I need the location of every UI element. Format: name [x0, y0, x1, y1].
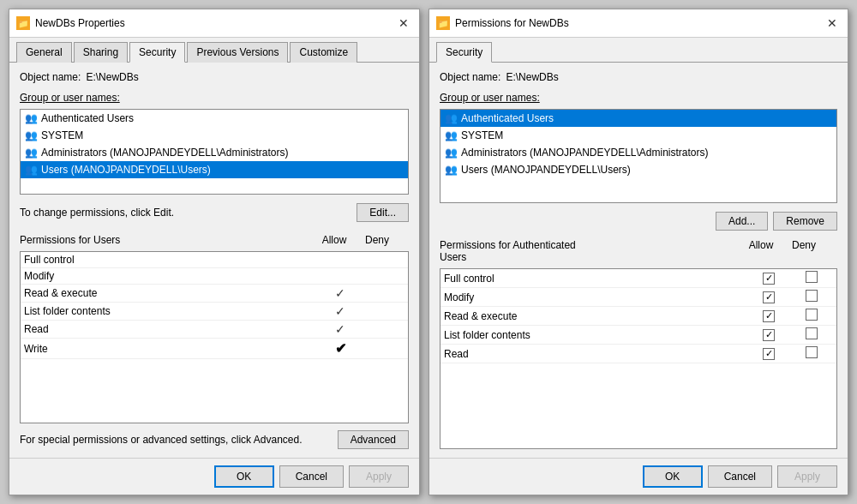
checkbox-allow[interactable]: ✓ — [763, 329, 775, 341]
tab-bar-1: General Sharing Security Previous Versio… — [9, 38, 419, 63]
perm-row: Modify ✓ — [440, 288, 836, 307]
checkbox-deny[interactable] — [806, 327, 818, 339]
list-item[interactable]: 👥 Authenticated Users — [440, 110, 836, 127]
checkbox-deny[interactable] — [806, 309, 818, 321]
remove-button[interactable]: Remove — [773, 212, 837, 231]
perm-row: List folder contents ✓ — [21, 303, 408, 321]
dialog1-footer: OK Cancel Apply — [9, 458, 419, 495]
user-icon: 👥 — [444, 129, 458, 142]
advanced-button[interactable]: Advanced — [338, 430, 409, 449]
user-icon: 👥 — [444, 111, 458, 125]
tab-previous-versions[interactable]: Previous Versions — [187, 42, 288, 63]
apply-button-2[interactable]: Apply — [777, 465, 837, 488]
cancel-button-1[interactable]: Cancel — [279, 465, 344, 488]
tab-bar-2: Security — [429, 38, 848, 63]
tab-security[interactable]: Security — [129, 42, 185, 63]
checkbox-allow[interactable]: ✓ — [763, 291, 775, 303]
tab-sharing[interactable]: Sharing — [74, 42, 128, 63]
list-item-selected[interactable]: 👥 Users (MANOJPANDEYDELL\Users) — [21, 161, 408, 178]
dialog1-title: NewDBs Properties — [35, 17, 390, 29]
object-label-1: Object name: — [20, 71, 81, 83]
title-bar-1: 📁 NewDBs Properties ✕ — [9, 9, 419, 38]
users-listbox-1[interactable]: 👥 Authenticated Users 👥 SYSTEM 👥 Adminis… — [20, 109, 409, 195]
perm-row: Full control — [21, 252, 408, 268]
dialog2-content: Object name: E:\NewDBs Group or user nam… — [429, 63, 848, 458]
dialog2-title: Permissions for NewDBs — [455, 17, 818, 29]
title-bar-2: 📁 Permissions for NewDBs ✕ — [429, 9, 848, 38]
user-icon: 👥 — [444, 163, 458, 177]
user-icon: 👥 — [24, 163, 38, 177]
perms-table-2: Full control ✓ Modify ✓ Read & execute — [440, 268, 837, 449]
list-item[interactable]: 👥 Administrators (MANOJPANDEYDELL\Admini… — [440, 144, 836, 161]
object-value-1: E:\NewDBs — [86, 71, 138, 83]
add-remove-row: Add... Remove — [440, 212, 837, 231]
folder-icon-2: 📁 — [436, 16, 450, 30]
perms-table-1: Full control Modify Read & execute ✓ Lis… — [20, 251, 409, 423]
perm-row: Read & execute ✓ — [440, 307, 836, 326]
allow-header-2: Allow — [740, 239, 782, 251]
tab-general[interactable]: General — [16, 42, 72, 63]
list-item[interactable]: 👥 Authenticated Users — [21, 110, 408, 127]
advanced-row: For special permissions or advanced sett… — [20, 430, 409, 449]
perm-row: List folder contents ✓ — [440, 326, 836, 345]
perm-row: Read ✓ — [440, 345, 836, 363]
group-label-2: Group or user names: — [440, 92, 837, 104]
user-icon: 👥 — [444, 146, 458, 159]
close-button-1[interactable]: ✕ — [395, 15, 412, 32]
properties-dialog: 📁 NewDBs Properties ✕ General Sharing Se… — [9, 9, 420, 495]
ok-button-1[interactable]: OK — [214, 465, 274, 488]
checkbox-deny[interactable] — [806, 290, 818, 302]
perm-row: Modify — [21, 268, 408, 285]
user-icon: 👥 — [24, 111, 38, 125]
perm-row: Full control ✓ — [440, 269, 836, 288]
checkbox-allow[interactable]: ✓ — [763, 348, 775, 360]
perms-label-1: Permissions for Users — [20, 234, 120, 246]
allow-header-1: Allow — [313, 234, 356, 246]
ok-button-2[interactable]: OK — [643, 465, 703, 488]
dialog1-content: Object name: E:\NewDBs Group or user nam… — [9, 63, 419, 458]
object-value-2: E:\NewDBs — [506, 71, 558, 83]
user-icon: 👥 — [24, 146, 38, 159]
apply-button-1[interactable]: Apply — [349, 465, 409, 488]
tab-security-2[interactable]: Security — [436, 42, 492, 63]
perm-row: Read & execute ✓ — [21, 285, 408, 303]
checkbox-allow[interactable]: ✓ — [763, 310, 775, 322]
cancel-button-2[interactable]: Cancel — [708, 465, 772, 488]
checkbox-allow[interactable]: ✓ — [763, 273, 775, 285]
perm-row: Write ✔ — [21, 339, 408, 359]
add-button[interactable]: Add... — [716, 212, 768, 231]
perms-label-2: Permissions for Authenticated — [440, 239, 576, 251]
close-button-2[interactable]: ✕ — [824, 15, 841, 32]
dialog2-footer: OK Cancel Apply — [429, 458, 848, 495]
perms-sublabel-2: Users — [440, 251, 466, 263]
permissions-dialog: 📁 Permissions for NewDBs ✕ Security Obje… — [428, 9, 848, 495]
folder-icon-1: 📁 — [16, 16, 30, 30]
list-item[interactable]: 👥 SYSTEM — [21, 127, 408, 144]
list-item[interactable]: 👥 Users (MANOJPANDEYDELL\Users) — [440, 161, 836, 178]
list-item[interactable]: 👥 SYSTEM — [440, 127, 836, 144]
advanced-text: For special permissions or advanced sett… — [20, 434, 331, 446]
group-label-1: Group or user names: — [20, 92, 409, 104]
edit-button[interactable]: Edit... — [357, 203, 409, 222]
deny-header-1: Deny — [356, 234, 399, 246]
tab-customize[interactable]: Customize — [290, 42, 357, 63]
perm-row: Read ✓ — [21, 321, 408, 339]
user-icon: 👥 — [24, 129, 38, 142]
checkbox-deny[interactable] — [806, 271, 818, 283]
checkbox-deny[interactable] — [806, 346, 818, 358]
object-name-row: Object name: E:\NewDBs — [20, 71, 409, 83]
list-item[interactable]: 👥 Administrators (MANOJPANDEYDELL\Admini… — [21, 144, 408, 161]
object-name-row-2: Object name: E:\NewDBs — [440, 71, 837, 83]
change-perms-text: To change permissions, click Edit. — [20, 207, 174, 219]
object-label-2: Object name: — [440, 71, 500, 83]
users-listbox-2[interactable]: 👥 Authenticated Users 👥 SYSTEM 👥 Adminis… — [440, 109, 837, 203]
deny-header-2: Deny — [782, 239, 825, 251]
